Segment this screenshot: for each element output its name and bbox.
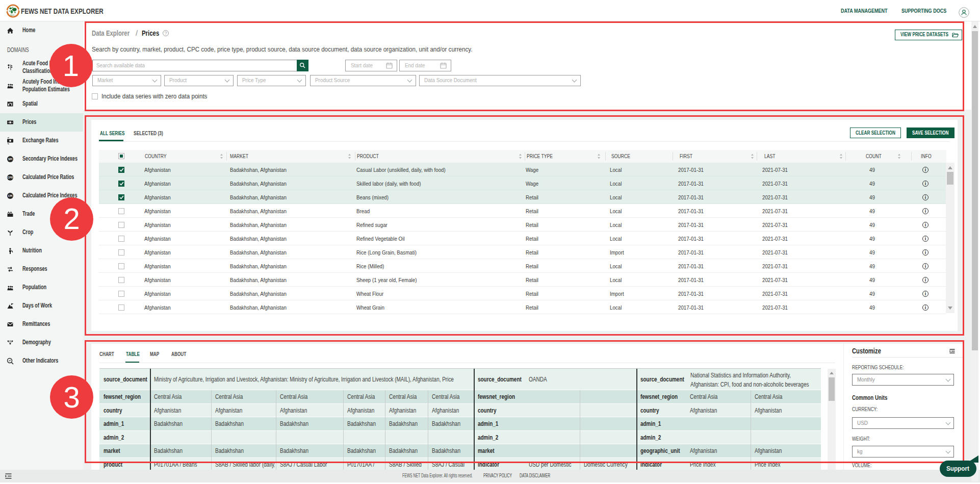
svg-text:CPI: CPI <box>8 194 13 197</box>
svg-text:CPR: CPR <box>8 176 13 179</box>
svg-text:SPI: SPI <box>8 158 13 161</box>
